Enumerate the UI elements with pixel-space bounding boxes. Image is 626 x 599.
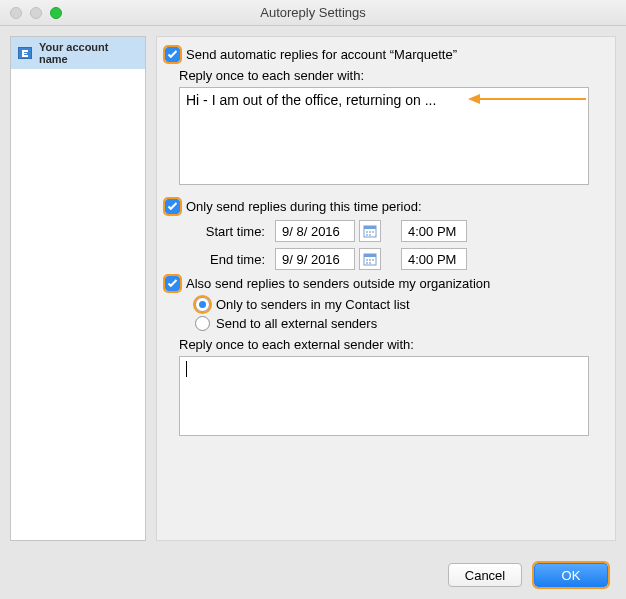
titlebar: Autoreply Settings bbox=[0, 0, 626, 26]
external-scope-radio-group: Only to senders in my Contact list Send … bbox=[195, 297, 601, 331]
send-automatic-row: Send automatic replies for account “Marq… bbox=[165, 47, 601, 62]
reply-body-textarea[interactable]: Hi - I am out of the office, returning o… bbox=[179, 87, 589, 185]
content-area: Your account name Send automatic replies… bbox=[0, 26, 626, 551]
outside-org-row: Also send replies to senders outside my … bbox=[165, 276, 601, 291]
settings-pane: Send automatic replies for account “Marq… bbox=[156, 36, 616, 541]
end-time-row: End time: 9/ 9/ 2016 4:00 PM bbox=[195, 248, 601, 270]
start-time-input[interactable]: 4:00 PM bbox=[401, 220, 467, 242]
calendar-icon bbox=[363, 252, 377, 266]
end-date-calendar-button[interactable] bbox=[359, 248, 381, 270]
svg-rect-4 bbox=[364, 226, 376, 229]
date-time-block: Start time: 9/ 8/ 2016 4:00 PM End time:… bbox=[195, 220, 601, 270]
end-date-input[interactable]: 9/ 9/ 2016 bbox=[275, 248, 355, 270]
svg-rect-13 bbox=[369, 259, 371, 261]
radio-all-external[interactable] bbox=[195, 316, 210, 331]
account-list-item[interactable]: Your account name bbox=[11, 37, 145, 69]
exchange-account-icon bbox=[17, 45, 33, 61]
window-title: Autoreply Settings bbox=[0, 5, 626, 20]
svg-rect-14 bbox=[372, 259, 374, 261]
outside-org-checkbox[interactable] bbox=[165, 276, 180, 291]
cancel-button-label: Cancel bbox=[465, 568, 505, 583]
send-automatic-label: Send automatic replies for account “Marq… bbox=[186, 47, 457, 62]
reply-body-text: Hi - I am out of the office, returning o… bbox=[186, 92, 436, 108]
start-time-label: Start time: bbox=[195, 224, 265, 239]
time-period-row: Only send replies during this time perio… bbox=[165, 199, 601, 214]
svg-rect-5 bbox=[366, 231, 368, 233]
time-period-label: Only send replies during this time perio… bbox=[186, 199, 422, 214]
svg-rect-9 bbox=[369, 234, 371, 236]
start-time-row: Start time: 9/ 8/ 2016 4:00 PM bbox=[195, 220, 601, 242]
radio-contacts[interactable] bbox=[195, 297, 210, 312]
start-date-calendar-button[interactable] bbox=[359, 220, 381, 242]
cancel-button[interactable]: Cancel bbox=[448, 563, 522, 587]
ok-button-label: OK bbox=[562, 568, 581, 583]
radio-all-label: Send to all external senders bbox=[216, 316, 377, 331]
account-sidebar: Your account name bbox=[10, 36, 146, 541]
svg-rect-15 bbox=[366, 262, 368, 264]
ok-button[interactable]: OK bbox=[534, 563, 608, 587]
start-date-input[interactable]: 9/ 8/ 2016 bbox=[275, 220, 355, 242]
radio-all-row: Send to all external senders bbox=[195, 316, 601, 331]
text-cursor bbox=[186, 361, 187, 377]
radio-contacts-label: Only to senders in my Contact list bbox=[216, 297, 410, 312]
svg-rect-12 bbox=[366, 259, 368, 261]
end-time-label: End time: bbox=[195, 252, 265, 267]
calendar-icon bbox=[363, 224, 377, 238]
external-reply-textarea[interactable] bbox=[179, 356, 589, 436]
send-automatic-checkbox[interactable] bbox=[165, 47, 180, 62]
radio-contacts-row: Only to senders in my Contact list bbox=[195, 297, 601, 312]
external-reply-label: Reply once to each external sender with: bbox=[179, 337, 601, 352]
outside-org-label: Also send replies to senders outside my … bbox=[186, 276, 490, 291]
time-period-checkbox[interactable] bbox=[165, 199, 180, 214]
end-time-input[interactable]: 4:00 PM bbox=[401, 248, 467, 270]
svg-rect-7 bbox=[372, 231, 374, 233]
annotation-arrow-icon bbox=[468, 93, 588, 105]
account-name-label: Your account name bbox=[39, 41, 139, 65]
svg-rect-16 bbox=[369, 262, 371, 264]
reply-once-label: Reply once to each sender with: bbox=[179, 68, 601, 83]
dialog-footer: Cancel OK bbox=[0, 551, 626, 599]
svg-rect-11 bbox=[364, 254, 376, 257]
svg-rect-6 bbox=[369, 231, 371, 233]
svg-rect-8 bbox=[366, 234, 368, 236]
